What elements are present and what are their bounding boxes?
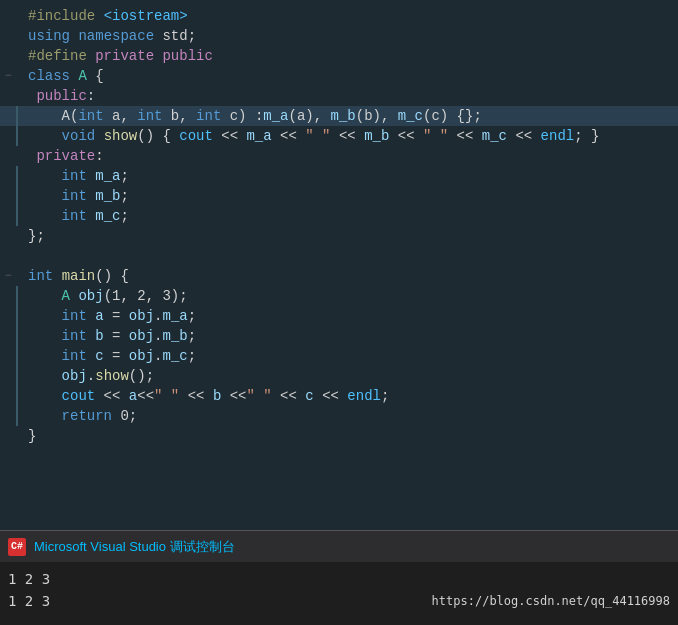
token: obj <box>129 328 154 344</box>
token: a <box>129 388 137 404</box>
token <box>28 308 62 324</box>
token: b, <box>162 108 196 124</box>
token <box>28 128 62 144</box>
token: int <box>62 208 87 224</box>
token: private <box>95 48 154 64</box>
token: <iostream> <box>104 8 188 24</box>
token: () { <box>137 128 179 144</box>
code-content: int c = obj.m_c; <box>24 346 674 366</box>
token: A <box>62 288 70 304</box>
line-gutter <box>16 186 22 206</box>
token: " <box>171 388 179 404</box>
token: int <box>28 268 53 284</box>
fold-gutter[interactable]: − <box>0 266 16 286</box>
token: int <box>137 108 162 124</box>
token: (c) {}; <box>423 108 482 124</box>
token: obj <box>78 288 103 304</box>
token: int <box>62 328 87 344</box>
token: m_c <box>95 208 120 224</box>
token: show <box>95 368 129 384</box>
code-line: obj.show(); <box>0 366 678 386</box>
output-line-2: 1 2 3 <box>8 590 50 612</box>
line-gutter <box>16 306 22 326</box>
token: (b), <box>356 108 398 124</box>
token: ; <box>188 348 196 364</box>
token: #define <box>28 48 95 64</box>
token: m_b <box>331 108 356 124</box>
token: : <box>87 88 95 104</box>
token <box>53 268 61 284</box>
token: show <box>104 128 138 144</box>
console-icon: C# <box>8 538 26 556</box>
token: << <box>95 388 129 404</box>
token: m_b <box>364 128 389 144</box>
token <box>87 308 95 324</box>
token: " <box>440 128 448 144</box>
line-gutter <box>16 326 22 346</box>
token: << <box>272 128 306 144</box>
token <box>431 128 439 144</box>
line-gutter <box>16 346 22 366</box>
token: m_b <box>95 188 120 204</box>
console-header: C# Microsoft Visual Studio 调试控制台 <box>0 530 678 562</box>
token: endl <box>347 388 381 404</box>
token: << <box>179 388 213 404</box>
token: . <box>87 368 95 384</box>
console-output: 1 2 3 1 2 3 https://blog.csdn.net/qq_441… <box>0 562 678 625</box>
code-line: int m_b; <box>0 186 678 206</box>
token: int <box>78 108 103 124</box>
fold-gutter[interactable]: − <box>0 66 16 86</box>
token: c <box>95 348 103 364</box>
token: << <box>137 388 154 404</box>
code-line: #define private public <box>0 46 678 66</box>
token: { <box>87 68 104 84</box>
token: obj <box>62 368 87 384</box>
token <box>314 128 322 144</box>
token: = <box>104 328 129 344</box>
code-content: A obj(1, 2, 3); <box>24 286 674 306</box>
token: public <box>162 48 212 64</box>
token: int <box>196 108 221 124</box>
token: b <box>95 328 103 344</box>
token: }; <box>28 228 45 244</box>
code-content: using namespace std; <box>24 26 674 46</box>
token: (a), <box>289 108 331 124</box>
code-content: int m_b; <box>24 186 674 206</box>
token: (1, 2, 3); <box>104 288 188 304</box>
token: int <box>62 168 87 184</box>
code-line: −int main() { <box>0 266 678 286</box>
token: class <box>28 68 78 84</box>
code-content: int main() { <box>24 266 674 286</box>
token <box>162 388 170 404</box>
code-content: int b = obj.m_b; <box>24 326 674 346</box>
token <box>28 288 62 304</box>
token: endl <box>541 128 575 144</box>
token: ; <box>381 388 389 404</box>
token: m_a <box>95 168 120 184</box>
code-line: private: <box>0 146 678 166</box>
token: ; <box>120 168 128 184</box>
code-line: int c = obj.m_c; <box>0 346 678 366</box>
token <box>87 168 95 184</box>
token: } <box>28 428 36 444</box>
token: std <box>162 28 187 44</box>
token: public <box>36 88 86 104</box>
token: << <box>331 128 365 144</box>
code-content: public: <box>24 86 674 106</box>
console-title: Microsoft Visual Studio 调试控制台 <box>34 538 235 556</box>
code-line: public: <box>0 86 678 106</box>
token <box>28 388 62 404</box>
token: << <box>314 388 348 404</box>
token: cout <box>62 388 96 404</box>
code-line: int m_c; <box>0 206 678 226</box>
token: return <box>62 408 112 424</box>
code-content: private: <box>24 146 674 166</box>
output-line-1: 1 2 3 <box>8 568 50 590</box>
token: obj <box>129 348 154 364</box>
code-line: int m_a; <box>0 166 678 186</box>
token <box>28 408 62 424</box>
token: ; <box>120 188 128 204</box>
line-gutter <box>16 366 22 386</box>
code-line: cout << a<<" " << b <<" " << c << endl; <box>0 386 678 406</box>
token: = <box>104 308 129 324</box>
